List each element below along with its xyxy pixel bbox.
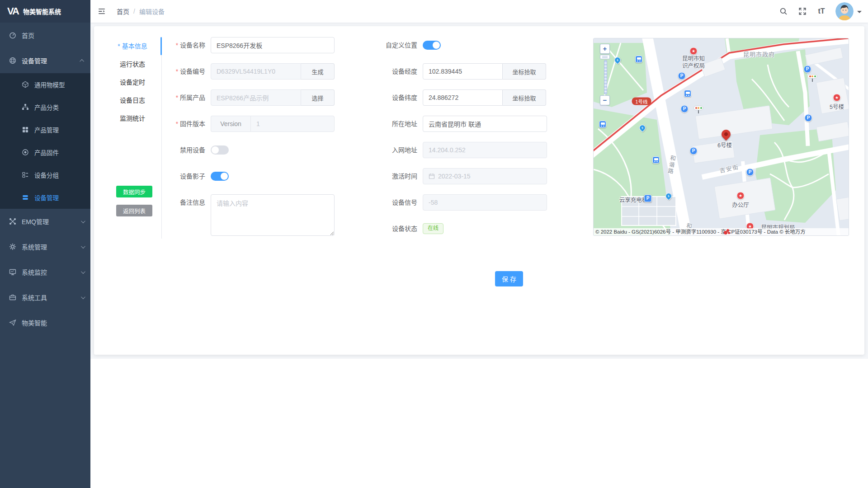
active-time-label: 激活时间 [347, 168, 417, 184]
device-shadow-row: 设备影子 [139, 168, 229, 184]
charging-station-icon [644, 195, 652, 202]
sidebar-item-device-management-sub[interactable]: 设备管理 [0, 186, 90, 209]
sitemap-icon [22, 103, 29, 111]
firmware-prefix: Version [211, 116, 250, 132]
breadcrumb-separator: / [133, 8, 135, 15]
signal-input [423, 194, 547, 211]
parking-icon [804, 66, 811, 73]
sidebar-item-product-management[interactable]: 产品管理 [0, 118, 90, 141]
sidebar-item-label: 通用物模型 [34, 80, 65, 89]
map-zoom-slider-track[interactable] [604, 60, 607, 94]
baidu-map[interactable]: + − 昆明市知识产权局 5号楼 办公厅 [593, 38, 849, 236]
poi-star-icon [737, 192, 745, 200]
gear-icon [9, 243, 16, 250]
device-submenu: 通用物模型 产品分类 产品管理 产品固件 设备分组 [0, 73, 90, 209]
fullscreen-icon[interactable] [795, 2, 810, 20]
server-icon [22, 194, 29, 201]
main-content-area: * 基本信息 运行状态 设备定时 设备日志 监测统计 数据同步 返回列表 设备名… [90, 23, 868, 359]
chevron-down-icon [81, 219, 85, 223]
sidebar-item-emq-management[interactable]: EMQ管理 [0, 209, 90, 234]
app-logo[interactable]: VA 物美智能系统 [0, 0, 90, 23]
poi-star-icon [833, 94, 841, 102]
select-product-button[interactable]: 选择 [301, 89, 335, 106]
sidebar: VA 物美智能系统 首页 设备管理 通用物模型 产品分类 [0, 0, 90, 488]
breadcrumb: 首页 / 编辑设备 [117, 7, 165, 16]
longitude-row: 设备经度 坐标拾取 [347, 63, 546, 80]
online-status-badge: 在线 [423, 223, 443, 234]
sidebar-item-device-group[interactable]: 设备分组 [0, 164, 90, 186]
font-size-icon[interactable]: tT [814, 2, 829, 20]
map-attribution: © 2022 Baidu - GS(2021)6026号 - 甲测资字11009… [594, 228, 849, 235]
firmware-label: 固件版本 [139, 116, 205, 132]
sidebar-item-wumei-smart[interactable]: 物美智能 [0, 310, 90, 335]
chevron-down-icon [81, 269, 85, 274]
save-button[interactable]: 保 存 [495, 271, 523, 286]
grid-icon [22, 126, 29, 133]
sidebar-item-system-management[interactable]: 系统管理 [0, 234, 90, 259]
dashboard-icon [9, 32, 16, 39]
sidebar-item-product-category[interactable]: 产品分类 [0, 96, 90, 118]
map-zoom-control: + − [600, 44, 611, 105]
map-zoom-out-button[interactable]: − [600, 95, 610, 105]
calendar-icon [429, 173, 435, 179]
device-shadow-label: 设备影子 [139, 168, 205, 184]
address-input[interactable] [423, 116, 547, 132]
sidebar-item-label: 设备管理 [34, 193, 59, 202]
group-list-icon [22, 171, 29, 178]
bus-stop-icon [684, 90, 691, 97]
longitude-input[interactable] [423, 63, 503, 80]
sidebar-item-label: EMQ管理 [22, 217, 49, 226]
device-no-row: 设备编号 生成 [139, 63, 335, 80]
sidebar-item-label: 产品固件 [34, 148, 59, 157]
pick-longitude-button[interactable]: 坐标拾取 [503, 63, 546, 80]
network-ip-label: 入网地址 [347, 142, 417, 158]
sidebar-item-system-tools[interactable]: 系统工具 [0, 285, 90, 310]
parking-icon [746, 169, 754, 176]
avatar[interactable] [835, 2, 854, 20]
sidebar-item-product-firmware[interactable]: 产品固件 [0, 141, 90, 164]
disable-device-toggle[interactable] [211, 145, 229, 155]
remark-row: 备注信息 [139, 194, 335, 236]
active-time-row: 激活时间 2022-03-15 [347, 168, 547, 184]
latitude-row: 设备纬度 坐标拾取 [347, 89, 546, 106]
remark-label: 备注信息 [139, 194, 205, 211]
sidebar-item-device-management[interactable]: 设备管理 [0, 48, 90, 73]
signal-row: 设备信号 [347, 194, 547, 211]
custom-location-row: 自定义位置 [347, 37, 441, 53]
breadcrumb-home[interactable]: 首页 [117, 7, 129, 16]
breadcrumb-current: 编辑设备 [139, 7, 165, 16]
traffic-light-icon [807, 74, 817, 79]
device-name-input[interactable] [211, 37, 335, 53]
sidebar-item-thing-model[interactable]: 通用物模型 [0, 73, 90, 96]
avatar-dropdown-caret-icon[interactable] [857, 11, 862, 15]
poi-label: 云享充电桩 [619, 195, 648, 204]
hub-icon [9, 218, 16, 225]
sidebar-item-label: 系统监控 [22, 267, 47, 277]
pick-latitude-button[interactable]: 坐标拾取 [503, 89, 546, 106]
active-time-value: 2022-03-15 [438, 173, 471, 180]
map-zoom-in-button[interactable]: + [600, 44, 610, 54]
generate-button[interactable]: 生成 [301, 63, 335, 80]
sidebar-item-home[interactable]: 首页 [0, 23, 90, 48]
product-input [211, 89, 301, 106]
chevron-down-icon [81, 295, 85, 299]
globe-icon [9, 57, 16, 64]
parking-icon [690, 147, 698, 155]
poi-label: 办公厅 [732, 200, 749, 209]
logo-mark-icon: VA [7, 5, 19, 17]
search-icon[interactable] [776, 2, 791, 20]
disable-device-label: 禁用设备 [139, 142, 205, 158]
sidebar-item-system-monitor[interactable]: 系统监控 [0, 259, 90, 285]
map-zoom-slider-handle[interactable] [600, 55, 610, 59]
sidebar-collapse-icon[interactable] [90, 0, 113, 23]
device-shadow-toggle[interactable] [211, 172, 229, 181]
remark-textarea[interactable] [211, 194, 335, 236]
latitude-input[interactable] [423, 89, 503, 106]
top-navbar: 首页 / 编辑设备 tT [90, 0, 868, 23]
traffic-light-icon [693, 106, 703, 110]
custom-location-toggle[interactable] [423, 41, 441, 50]
network-ip-input [423, 142, 547, 158]
sidebar-item-label: 系统管理 [22, 242, 47, 251]
circle-dot-icon [22, 149, 29, 156]
device-no-label: 设备编号 [139, 63, 205, 80]
